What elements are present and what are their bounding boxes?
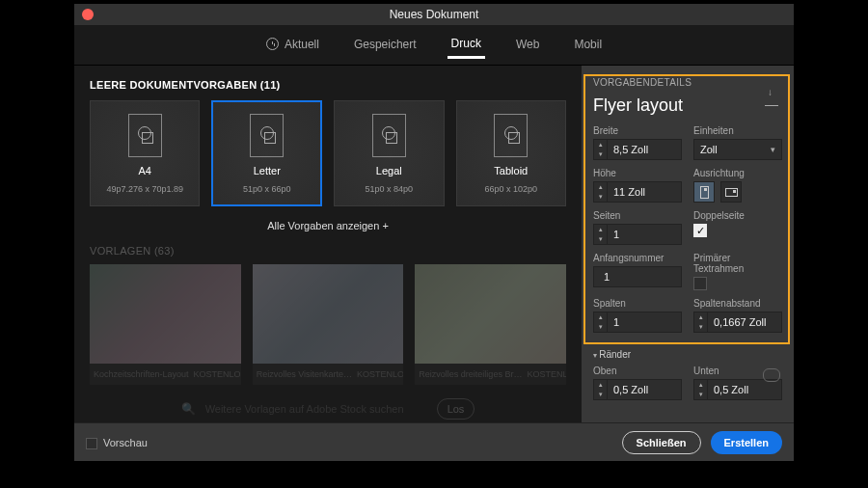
left-panel: LEERE DOKUMENTVORGABEN (11) A4 49p7.276 …	[74, 66, 582, 422]
gutter-field[interactable]: ▴▾0,1667 Zoll	[693, 312, 782, 333]
preset-label: Letter	[254, 165, 281, 176]
pages-label: Seiten	[593, 210, 682, 221]
columns-field[interactable]: ▴▾1	[593, 312, 682, 333]
clock-icon	[266, 38, 279, 50]
template-card[interactable]: Reizvolles Visitenkarte… KOSTENLOS	[253, 264, 404, 385]
tab-web-label: Web	[516, 38, 539, 51]
units-value: Zoll	[700, 144, 718, 155]
category-tabs: Aktuell Gespeichert Druck Web Mobil	[74, 25, 794, 66]
orientation-landscape[interactable]	[720, 181, 742, 203]
new-document-window: Neues Dokument Aktuell Gespeichert Druck…	[74, 4, 794, 461]
stepper-icon[interactable]: ▴▾	[694, 380, 708, 399]
pages-value: 1	[608, 229, 681, 240]
stepper-icon[interactable]: ▴▾	[594, 380, 608, 399]
stepper-icon[interactable]: ▴▾	[594, 312, 608, 332]
margin-top-label: Oben	[593, 366, 682, 376]
margins-toggle[interactable]: Ränder	[593, 349, 782, 360]
template-label: Reizvolles Visitenkarte… KOSTENLOS	[253, 364, 404, 385]
preset-size: 51p0 x 84p0	[366, 184, 414, 194]
page-shape-icon	[380, 126, 397, 144]
dialog-footer: Vorschau Schließen Erstellen	[74, 422, 794, 461]
close-button[interactable]: Schließen	[622, 431, 701, 454]
margin-bottom-value: 0,5 Zoll	[708, 384, 781, 395]
start-value: 1	[594, 271, 681, 283]
document-name[interactable]: Flyer layout	[593, 95, 782, 116]
portrait-icon	[700, 186, 709, 199]
chevron-down-icon: ▾	[771, 145, 775, 154]
primary-checkbox[interactable]	[693, 277, 707, 290]
pages-field[interactable]: ▴▾1	[593, 224, 682, 245]
preset-size: 49p7.276 x 70p1.89	[106, 184, 183, 194]
tab-saved[interactable]: Gespeichert	[350, 32, 420, 59]
columns-value: 1	[608, 316, 681, 328]
template-card[interactable]: Reizvolles dreiteiliges Br… KOSTENLOS	[415, 264, 566, 385]
template-label: Reizvolles dreiteiliges Br… KOSTENLOS	[415, 364, 566, 385]
facing-checkbox[interactable]: ✓	[693, 224, 707, 237]
link-margins-icon[interactable]	[763, 368, 780, 382]
templates-title: VORLAGEN (63)	[90, 245, 566, 257]
margin-top-field[interactable]: ▴▾0,5 Zoll	[593, 379, 682, 400]
units-select[interactable]: Zoll▾	[693, 139, 782, 160]
stepper-icon[interactable]: ▴▾	[594, 140, 608, 159]
show-all-presets[interactable]: Alle Vorgaben anzeigen +	[90, 220, 566, 231]
page-shape-icon	[136, 126, 153, 144]
preset-label: Legal	[376, 165, 402, 176]
columns-label: Spalten	[593, 298, 682, 309]
tab-mobile-label: Mobil	[574, 38, 602, 51]
width-field[interactable]: ▴▾8,5 Zoll	[593, 139, 682, 160]
preset-size: 51p0 x 66p0	[243, 184, 291, 194]
page-shape-icon	[502, 126, 520, 144]
preset-letter[interactable]: Letter 51p0 x 66p0	[211, 100, 322, 206]
details-title: VORGABENDETAILS	[593, 77, 782, 88]
stock-search-go[interactable]: Los	[437, 398, 475, 420]
start-label: Anfangsnummer	[593, 253, 682, 263]
height-value: 11 Zoll	[608, 186, 681, 198]
stepper-icon[interactable]: ▴▾	[694, 312, 708, 332]
orientation-label: Ausrichtung	[693, 168, 782, 178]
stepper-icon[interactable]: ▴▾	[594, 182, 608, 202]
orientation-portrait[interactable]	[693, 181, 715, 203]
preset-tabloid[interactable]: Tabloid 66p0 x 102p0	[456, 100, 566, 206]
landscape-icon	[725, 188, 738, 197]
tab-mobile[interactable]: Mobil	[570, 32, 606, 59]
template-card[interactable]: Kochzeitschriften-Layout KOSTENLOS	[90, 264, 241, 385]
preset-label: A4	[139, 165, 151, 176]
tab-recent-label: Aktuell	[285, 38, 319, 51]
tab-web[interactable]: Web	[512, 32, 543, 59]
save-preset-icon[interactable]	[765, 95, 778, 106]
preset-label: Tabloid	[494, 165, 528, 176]
tab-recent[interactable]: Aktuell	[262, 32, 323, 59]
margin-bottom-field[interactable]: ▴▾0,5 Zoll	[693, 379, 782, 400]
width-label: Breite	[593, 125, 682, 136]
preset-a4[interactable]: A4 49p7.276 x 70p1.89	[90, 100, 200, 206]
margin-top-value: 0,5 Zoll	[608, 384, 681, 395]
preset-legal[interactable]: Legal 51p0 x 84p0	[334, 100, 444, 206]
window-title: Neues Dokument	[74, 8, 794, 21]
search-icon: 🔍	[181, 402, 196, 416]
template-label: Kochzeitschriften-Layout KOSTENLOS	[90, 364, 241, 385]
details-panel: VORGABENDETAILS Flyer layout Breite ▴▾8,…	[582, 66, 794, 422]
facing-label: Doppelseite	[693, 210, 782, 221]
preview-checkbox[interactable]	[86, 438, 97, 449]
gutter-label: Spaltenabstand	[693, 298, 782, 309]
primary-label: Primärer Textrahmen	[693, 253, 782, 274]
create-button[interactable]: Erstellen	[711, 431, 782, 454]
preset-size: 66p0 x 102p0	[484, 184, 537, 194]
preview-label: Vorschau	[103, 437, 148, 448]
blank-presets-title: LEERE DOKUMENTVORGABEN (11)	[90, 79, 566, 91]
page-shape-icon	[258, 126, 276, 144]
stock-search-input[interactable]	[205, 403, 427, 415]
width-value: 8,5 Zoll	[608, 144, 681, 155]
titlebar: Neues Dokument	[74, 4, 794, 25]
height-field[interactable]: ▴▾11 Zoll	[593, 181, 682, 203]
stepper-icon[interactable]: ▴▾	[594, 225, 608, 244]
gutter-value: 0,1667 Zoll	[708, 316, 781, 328]
units-label: Einheiten	[693, 125, 782, 136]
height-label: Höhe	[593, 168, 682, 178]
tab-saved-label: Gespeichert	[354, 38, 417, 51]
tab-print[interactable]: Druck	[448, 31, 485, 59]
tab-print-label: Druck	[451, 37, 481, 50]
start-field[interactable]: 1	[593, 266, 682, 287]
